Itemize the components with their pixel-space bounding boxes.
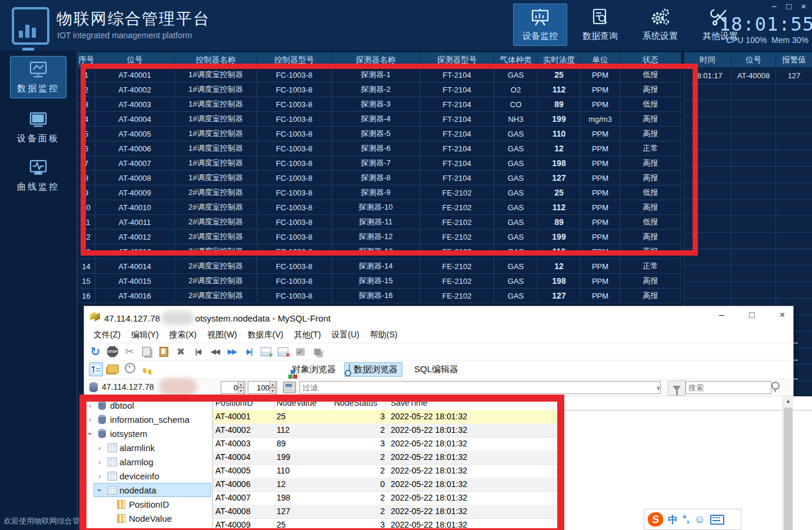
mysql-minimize-icon[interactable]: – <box>719 310 724 320</box>
cell-tag: AT-40014 <box>95 259 175 274</box>
delete-record-icon[interactable] <box>277 345 289 358</box>
sidebar-item-curve-monitor[interactable]: 曲线监控 <box>10 154 66 197</box>
alarm-empty-row <box>684 183 812 200</box>
empty-cell <box>776 84 812 101</box>
menu-item[interactable]: 帮助(S) <box>365 328 402 342</box>
chinese-mode-icon[interactable]: 中 <box>668 513 678 526</box>
empty-cell <box>776 134 812 150</box>
empty-cell <box>776 233 812 249</box>
menu-item[interactable]: 编辑(Y) <box>127 328 164 342</box>
tab-sql-editor[interactable]: SQL编辑器 <box>406 362 463 377</box>
insert-record-icon[interactable] <box>259 345 272 358</box>
mysql-close-icon[interactable]: × <box>780 310 785 320</box>
data-query-icon <box>590 8 611 28</box>
tab-label: 数据浏览器 <box>354 364 398 375</box>
alarm-empty-row <box>684 117 812 134</box>
cell-gas: GAS <box>494 259 538 274</box>
cut-icon[interactable]: ✂ <box>123 345 136 358</box>
first-record-icon[interactable]: |◀ <box>191 345 204 358</box>
monitor-row[interactable]: 14AT-400142#调度室控制器FC-1003-8探测器-14FE-2102… <box>78 259 681 274</box>
grid-scrollbar[interactable]: ▲ <box>783 396 793 530</box>
keyboard-icon[interactable] <box>710 515 724 525</box>
cell-status: 正常 <box>620 259 681 274</box>
last-record-icon[interactable]: ▶| <box>242 345 255 358</box>
page-title: 物联网综合管理平台 <box>56 8 210 29</box>
search-input[interactable] <box>685 381 771 394</box>
tab-data-browser[interactable]: 数据浏览器 <box>344 362 402 377</box>
alarm-empty-row <box>684 216 812 233</box>
system-settings-icon <box>650 8 671 28</box>
empty-cell <box>731 134 776 150</box>
close-icon[interactable]: × <box>801 1 806 11</box>
sidebar-item-label: 设备面板 <box>17 133 59 144</box>
menu-item[interactable]: 视图(W) <box>202 328 242 342</box>
delete-icon[interactable]: ✖ <box>174 345 187 358</box>
curve-monitor-icon <box>28 159 48 178</box>
menu-item[interactable]: 数据库(V) <box>243 328 288 342</box>
filter-input[interactable] <box>299 381 661 394</box>
offset-spinner-buttons[interactable]: ▲▼ <box>238 381 244 394</box>
nav-data-query[interactable]: 数据查询 <box>573 4 627 46</box>
post-record-icon[interactable]: ✓ <box>294 345 307 358</box>
cell-unit: PPM <box>581 274 620 289</box>
nav-label: 设备监控 <box>523 31 558 42</box>
scrollbar-thumb[interactable] <box>784 408 793 530</box>
empty-cell <box>684 266 731 282</box>
mysql-menubar: 文件(Z)编辑(Y)搜索(X)视图(W)数据库(V)其他(T)设置(U)帮助(S… <box>84 327 798 343</box>
filter-funnel-button[interactable] <box>668 380 685 396</box>
menu-item[interactable]: 设置(U) <box>327 328 364 342</box>
copy-icon[interactable] <box>140 345 153 358</box>
punctuation-icon[interactable]: °, <box>683 514 690 525</box>
history-icon[interactable] <box>123 361 137 375</box>
menu-item[interactable]: 其他(T) <box>289 328 325 342</box>
cell-no: 15 <box>78 274 95 289</box>
mysql-tabs: 对象浏览器数据浏览器SQL编辑器 <box>284 362 463 377</box>
export-icon[interactable] <box>283 382 296 393</box>
mysql-toolbar: ↻STOP✂✖|◀◀◀▶▶▶|✓ <box>84 343 798 360</box>
sidebar-item-device-panel[interactable]: 设备面板 <box>10 106 66 148</box>
cell-unit: PPM <box>581 259 620 274</box>
sogou-logo-icon[interactable]: S <box>647 511 664 527</box>
stop-icon[interactable]: STOP <box>106 345 119 358</box>
search-icon[interactable] <box>771 382 780 390</box>
cpu-mem-status: CPU 100% Mem 30% <box>667 35 808 45</box>
alarm-empty-row <box>684 282 812 299</box>
tab-label: 对象浏览器 <box>292 364 336 375</box>
menu-item[interactable]: 文件(Z) <box>89 328 125 342</box>
next-page-icon[interactable]: ▶▶ <box>225 345 238 358</box>
tree-view-icon[interactable] <box>89 362 103 376</box>
scroll-up-icon[interactable]: ▲ <box>783 396 793 406</box>
page-subtitle: IOT integrated management platform <box>57 31 192 40</box>
column-header: 位号 <box>731 52 776 68</box>
cell-value: 12 <box>538 259 581 274</box>
prev-page-icon[interactable]: ◀◀ <box>208 345 221 358</box>
tab-object-browser[interactable]: 对象浏览器 <box>284 362 341 377</box>
menu-item[interactable]: 搜索(X) <box>165 328 202 342</box>
minimize-icon[interactable]: − <box>771 1 777 11</box>
empty-cell <box>731 200 776 216</box>
folders-icon[interactable] <box>106 362 120 376</box>
app-logo-icon <box>12 7 49 45</box>
monitor-row[interactable]: 16AT-400162#调度室控制器FC-1003-8探测器-16FE-2102… <box>78 289 681 303</box>
cell-gas: GAS <box>494 289 538 303</box>
monitor-row[interactable]: 15AT-400152#调度室控制器FC-1003-8探测器-15FE-2102… <box>78 274 681 289</box>
bookmarks-icon[interactable] <box>140 364 154 378</box>
empty-cell <box>776 150 812 167</box>
mysql-maximize-icon[interactable]: □ <box>749 310 755 320</box>
mysql-titlebar[interactable]: 47.114.127.78 otsystem.nodedata - MySQL-… <box>84 306 793 327</box>
maximize-icon[interactable]: □ <box>786 1 791 11</box>
limit-spinner-buttons[interactable]: ▲▼ <box>269 381 276 394</box>
paste-icon[interactable] <box>157 345 170 358</box>
digital-clock: 18:01:55 <box>719 13 807 35</box>
copy-record-icon[interactable] <box>311 345 324 358</box>
cell-detector_model: FE-2102 <box>420 274 494 289</box>
nav-device-monitor[interactable]: 设备监控 <box>513 4 567 46</box>
sidebar-item-data-monitor[interactable]: 数据监控 <box>10 56 66 98</box>
sidebar: 数据监控设备面板曲线监控 <box>0 51 78 530</box>
alarm-empty-row <box>684 84 812 101</box>
cell-value: 198 <box>538 274 581 289</box>
refresh-icon[interactable]: ↻ <box>89 345 102 358</box>
chevron-down-icon[interactable]: ∨ <box>656 384 661 392</box>
emoji-icon[interactable]: ☺ <box>694 513 705 526</box>
cell-no: 16 <box>78 289 95 303</box>
